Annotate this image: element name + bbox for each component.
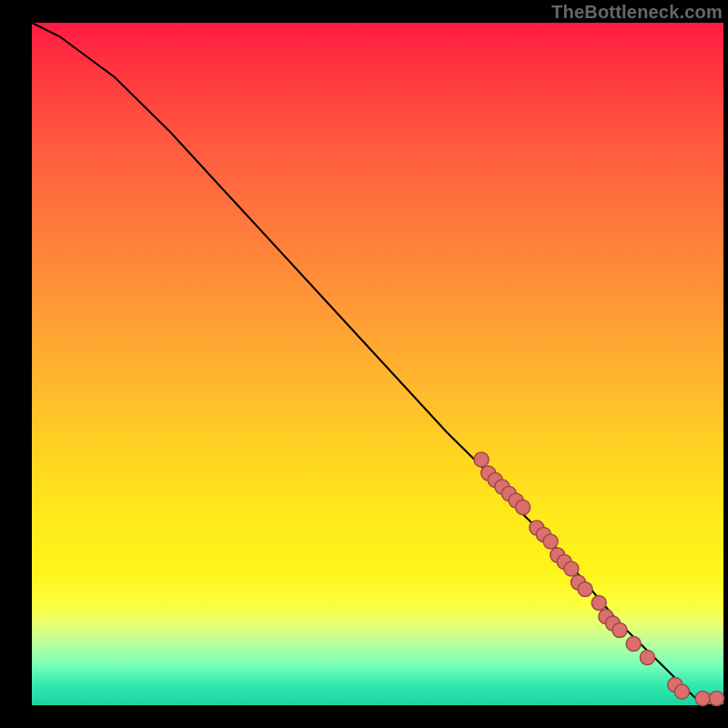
data-point <box>709 692 723 706</box>
plot-area <box>32 23 723 705</box>
data-point <box>592 596 606 611</box>
data-point <box>516 500 531 515</box>
data-point <box>543 534 558 549</box>
chart-svg <box>32 23 723 705</box>
data-point <box>695 692 710 706</box>
data-point <box>674 684 689 699</box>
data-point <box>612 623 627 638</box>
curve-line <box>32 23 723 705</box>
watermark-text: TheBottleneck.com <box>551 2 723 23</box>
data-point <box>640 651 654 665</box>
data-point <box>564 561 579 576</box>
data-point <box>626 637 641 652</box>
data-point <box>578 582 592 597</box>
data-point <box>474 452 489 467</box>
chart-frame: TheBottleneck.com <box>0 0 728 728</box>
data-points-group <box>474 452 723 706</box>
